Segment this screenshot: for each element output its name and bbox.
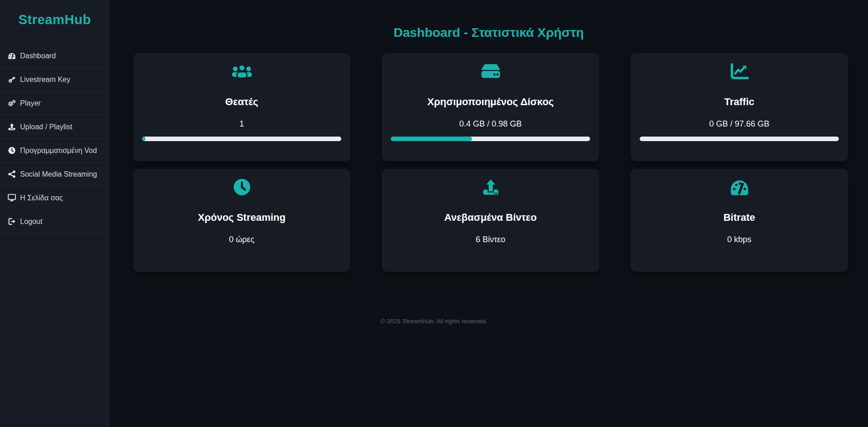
disk-progress-bar [391, 137, 590, 141]
chart-line-icon [730, 61, 749, 81]
card-value: 0 kbps [727, 234, 751, 244]
sidebar-item-player[interactable]: Player [0, 92, 109, 115]
users-icon [231, 61, 252, 81]
card-bitrate: Bitrate 0 kbps [631, 169, 848, 272]
viewers-progress-bar [142, 137, 341, 141]
clock-icon [8, 147, 16, 154]
sidebar-item-label: Player [20, 99, 41, 107]
sidebar-item-your-page[interactable]: Η Σελίδα σας [0, 186, 109, 210]
card-traffic: Traffic 0 GB / 97.66 GB [631, 53, 848, 161]
card-title: Ανεβασμένα Βίντεο [444, 211, 537, 224]
footer-copyright: © 2025 StreamHub. All rights reserved. [0, 317, 868, 325]
sidebar: StreamHub Dashboard Livestream Key Playe… [0, 0, 109, 427]
share-icon [8, 170, 16, 178]
progress-fill [142, 137, 145, 141]
sidebar-item-label: Livestream Key [20, 76, 70, 84]
sidebar-item-livestream-key[interactable]: Livestream Key [0, 68, 109, 92]
sidebar-item-scheduled-vod[interactable]: Προγραμματισμένη Vod [0, 139, 109, 163]
desktop-icon [8, 194, 16, 202]
card-title: Traffic [724, 95, 754, 109]
card-value: 0 GB / 97.66 GB [709, 119, 769, 129]
card-value: 1 [239, 119, 244, 129]
card-used-disk: Χρησιμοποιημένος Δίσκος 0.4 GB / 0.98 GB [382, 53, 599, 161]
main-content: Dashboard - Στατιστικά Χρήστη Θεατές 1 Χ… [109, 0, 868, 272]
card-title: Θεατές [225, 95, 258, 109]
card-title: Χρόνος Streaming [198, 211, 286, 224]
card-title: Χρησιμοποιημένος Δίσκος [427, 95, 554, 109]
sidebar-item-dashboard[interactable]: Dashboard [0, 44, 109, 68]
card-streaming-time: Χρόνος Streaming 0 ώρες [133, 169, 350, 272]
sidebar-item-label: Upload / Playlist [20, 123, 72, 131]
card-value: 0 ώρες [229, 234, 254, 244]
sidebar-item-label: Social Media Streaming [20, 170, 97, 178]
upload-icon [8, 123, 16, 131]
gauge-icon [729, 177, 750, 197]
card-value: 6 Βίντεο [476, 234, 505, 244]
sidebar-item-upload-playlist[interactable]: Upload / Playlist [0, 115, 109, 139]
tachometer-icon [8, 52, 16, 60]
sidebar-item-label: Logout [20, 218, 42, 226]
stats-cards-grid: Θεατές 1 Χρησιμοποιημένος Δίσκος 0.4 GB … [133, 53, 848, 272]
cogs-icon [8, 99, 16, 107]
sidebar-item-social-media-streaming[interactable]: Social Media Streaming [0, 163, 109, 186]
card-uploaded-videos: Ανεβασμένα Βίντεο 6 Βίντεο [382, 169, 599, 272]
progress-fill [391, 137, 472, 141]
sidebar-item-logout[interactable]: Logout [0, 210, 109, 234]
card-value: 0.4 GB / 0.98 GB [459, 119, 522, 129]
sidebar-item-label: Η Σελίδα σας [20, 194, 63, 202]
key-icon [8, 76, 16, 83]
upload-icon [482, 177, 500, 197]
card-title: Bitrate [724, 211, 755, 224]
logout-icon [8, 218, 16, 225]
hdd-icon [481, 61, 501, 81]
clock-icon [233, 177, 251, 197]
sidebar-item-label: Προγραμματισμένη Vod [20, 147, 97, 155]
card-viewers: Θεατές 1 [133, 53, 350, 161]
page-title: Dashboard - Στατιστικά Χρήστη [109, 26, 868, 40]
sidebar-nav: Dashboard Livestream Key Player Upload /… [0, 44, 109, 234]
traffic-progress-bar [640, 137, 839, 141]
app-logo: StreamHub [0, 0, 109, 27]
sidebar-item-label: Dashboard [20, 52, 56, 60]
